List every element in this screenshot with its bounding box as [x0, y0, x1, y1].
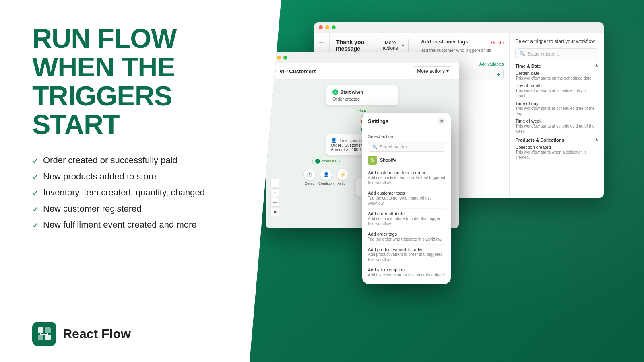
front-more-actions-btn[interactable]: More actions ▾ — [413, 66, 453, 76]
otherwise-badge: + otherwise — [312, 158, 340, 165]
dot-green-2 — [283, 56, 287, 60]
settings-modal-header: Settings ✕ — [362, 113, 451, 130]
check-icon: ✓ — [32, 204, 39, 214]
trigger-panel-title: Select a trigger to start your workflow — [515, 39, 598, 44]
dot-red — [319, 25, 323, 29]
feature-list-item: ✓Order created or successfully paid — [32, 155, 225, 166]
feature-list-item: ✓New products added to store — [32, 171, 225, 182]
left-panel: RUN FLOW WHEN THE TRIGGERS START ✓Order … — [0, 0, 250, 362]
brand: React Flow — [32, 322, 225, 346]
action-search[interactable]: 🔍 Search action... — [368, 142, 445, 152]
shopify-header: S Shopify — [368, 156, 445, 165]
flow-node-start[interactable]: ✓ Start when Order created — [326, 85, 398, 105]
action-item-0[interactable]: Add custom line item to order Add custom… — [368, 168, 445, 188]
action-tool[interactable]: ⚡ Action — [337, 169, 348, 185]
feature-list-item: ✓New fulfillment event created and more — [32, 220, 225, 230]
dot-green — [332, 25, 336, 29]
actions-list: Add custom line item to order Add custom… — [368, 168, 445, 280]
trigger-item-day-of-month[interactable]: Day of month This workflow starts at sch… — [515, 83, 598, 99]
front-window-header: ☰ VIP Customers More actions ▾ — [266, 63, 459, 80]
check-icon: ✓ — [32, 172, 39, 182]
trigger-item-certain-date[interactable]: Certain date This workflow starts on the… — [515, 71, 598, 81]
back-window-title: Thank you message — [336, 39, 376, 52]
delete-button[interactable]: Delete — [491, 40, 504, 45]
trigger-item-collection[interactable]: Collection created This workflow starts … — [515, 145, 598, 160]
brand-name: React Flow — [63, 327, 131, 341]
back-window-chrome — [314, 22, 604, 33]
delay-tool[interactable]: 🕐 Delay — [304, 169, 315, 185]
front-window-title: VIP Customers — [279, 68, 316, 74]
trigger-item-time-of-day[interactable]: Time of day This workflow starts at sche… — [515, 101, 598, 116]
settings-body: Select action 🔍 Search action... S Shopi… — [362, 130, 451, 284]
dot-yellow-2 — [277, 56, 281, 60]
more-actions-button[interactable]: More actions ▾ — [376, 38, 409, 53]
add-variables-link[interactable]: Add variables — [479, 62, 504, 66]
brand-logo — [32, 322, 56, 346]
front-window-chrome — [266, 52, 459, 63]
dot-yellow — [325, 25, 329, 29]
toolbar: 🕐 Delay 👤 Condition ⚡ Action — [304, 169, 348, 185]
settings-modal: Settings ✕ Select action 🔍 Search action… — [362, 113, 451, 284]
hero-title: RUN FLOW WHEN THE TRIGGERS START — [32, 24, 225, 139]
zoom-lock-btn[interactable]: ■ — [270, 208, 279, 216]
shopify-logo: S — [368, 156, 377, 165]
action-item-3[interactable]: Add order tags Tag the order who trigger… — [368, 229, 445, 245]
otherwise-branch: + otherwise 🕐 Delay 👤 — [304, 158, 348, 185]
zoom-out-btn[interactable]: − — [270, 188, 279, 197]
select-action-label: Select action — [368, 134, 445, 139]
trigger-section-products: Products & Collections ∧ — [515, 137, 598, 142]
trigger-panel: Select a trigger to start your workflow … — [509, 33, 604, 198]
svg-rect-2 — [38, 335, 43, 340]
add-tag-btn[interactable]: + — [497, 71, 500, 78]
trigger-search[interactable]: 🔍 Search trigger... — [515, 48, 598, 59]
trigger-section-time: Time & Date ∧ — [515, 63, 598, 68]
start-icon: ✓ — [332, 89, 338, 95]
settings-title: Settings — [368, 118, 388, 124]
check-icon: ✓ — [32, 220, 39, 230]
svg-rect-0 — [38, 327, 43, 333]
right-panel: ☰ Thank you message More actions ▾ ✓ — [250, 0, 644, 362]
tags-panel-title: Add customer tags — [421, 39, 469, 45]
dot-red-2 — [270, 56, 275, 60]
zoom-fit-btn[interactable]: ⊹ — [270, 198, 279, 207]
svg-rect-1 — [45, 327, 51, 333]
feature-list: ✓Order created or successfully paid✓New … — [32, 155, 225, 230]
check-icon: ✓ — [32, 156, 39, 166]
feature-list-item: ✓New customer registered — [32, 204, 225, 214]
check-icon: ✓ — [32, 188, 39, 198]
action-item-5[interactable]: Add tax exemption Add tax exemption for … — [368, 265, 445, 280]
action-item-1[interactable]: Add customer tags Tag the customer who t… — [368, 188, 445, 209]
svg-rect-3 — [45, 335, 51, 340]
action-search-placeholder: Search action... — [380, 144, 410, 149]
back-header: Thank you message More actions ▾ — [336, 38, 409, 53]
action-item-4[interactable]: Add product variant to order Add product… — [368, 245, 445, 265]
feature-list-item: ✓Inventory item created, quantity, chang… — [32, 187, 225, 198]
shopify-name: Shopify — [380, 158, 396, 162]
zoom-in-btn[interactable]: + — [270, 179, 279, 187]
settings-close-btn[interactable]: ✕ — [438, 117, 445, 125]
trigger-item-time-of-week[interactable]: Time of week This workflow starts at sch… — [515, 119, 598, 134]
action-item-2[interactable]: Add order attribute Add custom attribute… — [368, 209, 445, 229]
zoom-controls: + − ⊹ ■ — [270, 179, 279, 216]
condition-tool[interactable]: 👤 Condition — [318, 169, 334, 185]
